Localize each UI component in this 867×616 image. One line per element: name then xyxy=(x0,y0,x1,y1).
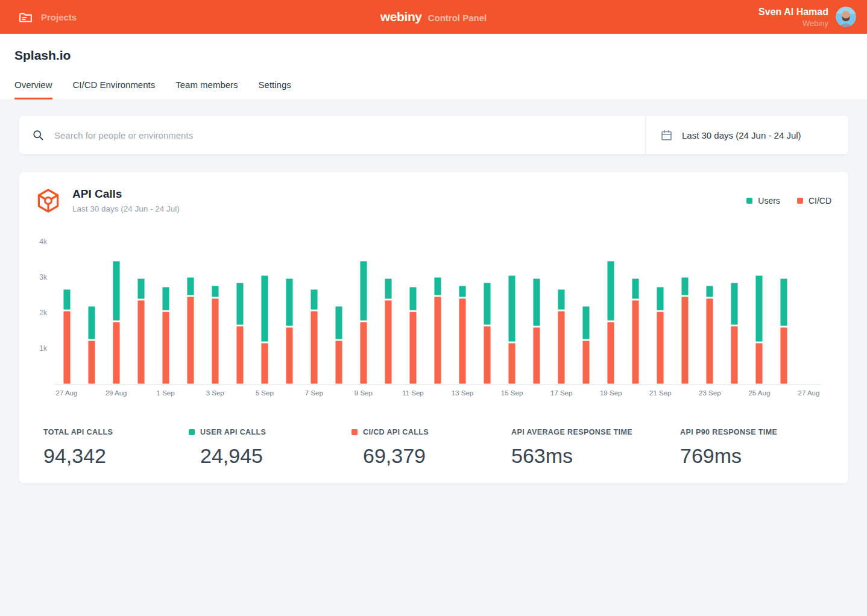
stacked-bar[interactable] xyxy=(212,286,219,384)
cicd-segment[interactable] xyxy=(731,326,738,384)
cicd-segment[interactable] xyxy=(657,312,664,384)
users-segment[interactable] xyxy=(409,287,417,310)
users-segment[interactable] xyxy=(607,261,614,321)
users-segment[interactable] xyxy=(434,277,441,295)
users-segment[interactable] xyxy=(681,277,689,295)
search-input[interactable] xyxy=(53,130,632,141)
users-segment[interactable] xyxy=(261,275,268,342)
stacked-bar[interactable] xyxy=(681,277,689,384)
stacked-bar[interactable] xyxy=(632,278,639,384)
users-segment[interactable] xyxy=(657,287,664,310)
cicd-segment[interactable] xyxy=(755,343,763,384)
users-segment[interactable] xyxy=(755,275,763,342)
users-segment[interactable] xyxy=(632,278,639,299)
users-segment[interactable] xyxy=(113,261,120,321)
users-segment[interactable] xyxy=(484,283,491,325)
cicd-segment[interactable] xyxy=(63,311,71,384)
cicd-segment[interactable] xyxy=(187,297,194,384)
date-range-button[interactable]: Last 30 days (24 Jun - 24 Jul) xyxy=(645,116,848,154)
cicd-segment[interactable] xyxy=(508,343,515,384)
stacked-bar[interactable] xyxy=(706,286,713,384)
stacked-bar[interactable] xyxy=(657,287,664,384)
cicd-segment[interactable] xyxy=(286,327,293,384)
user-menu[interactable]: Sven Al Hamad Webiny xyxy=(758,7,857,28)
users-segment[interactable] xyxy=(780,278,787,326)
users-segment[interactable] xyxy=(558,289,565,310)
users-segment[interactable] xyxy=(508,275,515,342)
cicd-segment[interactable] xyxy=(607,322,614,384)
stacked-bar[interactable] xyxy=(261,275,268,384)
projects-nav[interactable]: Projects xyxy=(10,10,77,25)
stacked-bar[interactable] xyxy=(286,278,293,384)
users-segment[interactable] xyxy=(360,261,367,321)
users-segment[interactable] xyxy=(187,277,194,295)
avatar[interactable] xyxy=(836,7,856,27)
users-segment[interactable] xyxy=(385,278,392,299)
stacked-bar[interactable] xyxy=(434,277,441,384)
users-segment[interactable] xyxy=(212,286,219,297)
stacked-bar[interactable] xyxy=(187,277,194,384)
cicd-segment[interactable] xyxy=(212,298,219,384)
stacked-bar[interactable] xyxy=(607,261,614,384)
cicd-segment[interactable] xyxy=(558,311,565,384)
stacked-bar[interactable] xyxy=(236,283,244,384)
cicd-segment[interactable] xyxy=(632,300,639,384)
cicd-segment[interactable] xyxy=(261,343,268,384)
cicd-segment[interactable] xyxy=(681,297,689,384)
cicd-segment[interactable] xyxy=(360,322,367,384)
cicd-segment[interactable] xyxy=(88,341,95,384)
legend-item-users[interactable]: Users xyxy=(746,196,780,206)
stacked-bar[interactable] xyxy=(755,275,763,384)
stacked-bar[interactable] xyxy=(385,278,392,384)
cicd-segment[interactable] xyxy=(533,327,540,384)
users-segment[interactable] xyxy=(63,289,71,310)
stacked-bar[interactable] xyxy=(137,278,145,384)
cicd-segment[interactable] xyxy=(582,341,590,384)
stacked-bar[interactable] xyxy=(162,287,169,384)
tab-cicd-environments[interactable]: CI/CD Environments xyxy=(73,80,156,99)
stacked-bar[interactable] xyxy=(731,283,738,384)
cicd-segment[interactable] xyxy=(706,298,713,384)
cicd-segment[interactable] xyxy=(484,326,491,384)
stacked-bar[interactable] xyxy=(780,278,787,384)
tab-team-members[interactable]: Team members xyxy=(175,80,238,99)
stacked-bar[interactable] xyxy=(113,261,120,384)
stacked-bar[interactable] xyxy=(582,306,590,384)
users-segment[interactable] xyxy=(335,306,342,339)
cicd-segment[interactable] xyxy=(385,300,392,384)
cicd-segment[interactable] xyxy=(780,327,787,384)
users-segment[interactable] xyxy=(731,283,738,325)
cicd-segment[interactable] xyxy=(459,298,466,384)
users-segment[interactable] xyxy=(459,286,466,297)
users-segment[interactable] xyxy=(88,306,95,339)
cicd-segment[interactable] xyxy=(113,322,120,384)
stacked-bar[interactable] xyxy=(558,289,565,384)
stacked-bar[interactable] xyxy=(508,275,515,384)
users-segment[interactable] xyxy=(162,287,169,310)
stacked-bar[interactable] xyxy=(63,289,71,384)
users-segment[interactable] xyxy=(137,278,145,299)
stacked-bar[interactable] xyxy=(533,278,540,384)
users-segment[interactable] xyxy=(311,289,318,310)
stacked-bar[interactable] xyxy=(311,289,318,384)
stacked-bar[interactable] xyxy=(409,287,417,384)
users-segment[interactable] xyxy=(286,278,293,326)
stacked-bar[interactable] xyxy=(335,306,342,384)
cicd-segment[interactable] xyxy=(236,326,244,384)
cicd-segment[interactable] xyxy=(311,311,318,384)
users-segment[interactable] xyxy=(582,306,590,339)
users-segment[interactable] xyxy=(706,286,713,297)
stacked-bar[interactable] xyxy=(484,283,491,384)
users-segment[interactable] xyxy=(236,283,244,325)
tab-overview[interactable]: Overview xyxy=(14,80,52,99)
stacked-bar[interactable] xyxy=(459,286,466,384)
users-segment[interactable] xyxy=(533,278,540,326)
cicd-segment[interactable] xyxy=(162,312,169,384)
cicd-segment[interactable] xyxy=(335,341,342,384)
stacked-bar[interactable] xyxy=(88,306,95,384)
cicd-segment[interactable] xyxy=(434,297,441,384)
tab-settings[interactable]: Settings xyxy=(259,80,291,99)
legend-item-cicd[interactable]: CI/CD xyxy=(797,196,831,206)
stacked-bar[interactable] xyxy=(360,261,367,384)
cicd-segment[interactable] xyxy=(409,312,417,384)
